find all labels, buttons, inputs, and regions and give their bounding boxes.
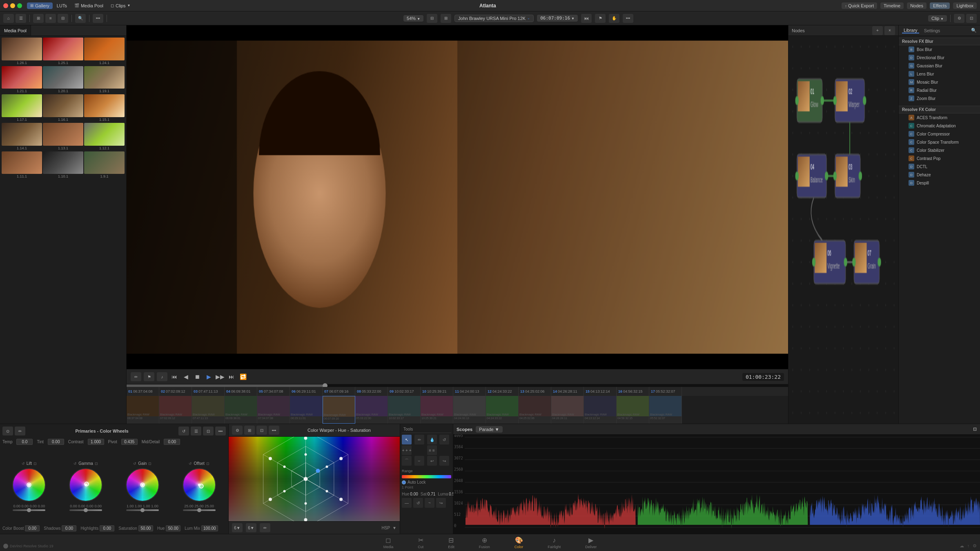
tl-clip-track[interactable]: Blackmagic RAW 04:24:33:22 bbox=[486, 396, 519, 424]
list-btn[interactable]: ≡ bbox=[45, 14, 56, 23]
warper-pen[interactable]: ✏ bbox=[260, 523, 270, 532]
fx-directional-blur[interactable]: D Directional Blur bbox=[899, 53, 980, 62]
fx-zoom-blur[interactable]: Z Zoom Blur bbox=[899, 94, 980, 102]
tl-clip-track[interactable]: Blackmagic RAW 06:09:38:01 bbox=[225, 396, 257, 424]
wheel-lift[interactable]: ↺ Lift ⊡ 0.00 0.00 0.00 0.00 bbox=[2, 461, 56, 511]
wheel-reset-btn[interactable]: ↺ bbox=[189, 462, 192, 466]
highlights-value[interactable]: 0.00 bbox=[100, 525, 114, 531]
thumbnail-item[interactable]: 1.25.1 bbox=[43, 38, 83, 65]
wheel-expand-btn[interactable]: ⊡ bbox=[148, 462, 151, 466]
scopes-mode[interactable]: Parade ▼ bbox=[476, 426, 502, 433]
thumbnail-item[interactable]: 1.20.1 bbox=[43, 66, 83, 94]
flag-tool[interactable]: ⚑ bbox=[144, 372, 154, 381]
cw-more[interactable]: ••• bbox=[215, 427, 226, 435]
expand-btn[interactable]: ⊡ bbox=[966, 14, 977, 23]
step-fwd-btn[interactable]: ▶▶ bbox=[216, 372, 225, 381]
tl-clip-track[interactable]: Blackmagic RAW 07:02:09:12 bbox=[159, 396, 192, 424]
lightbox-btn[interactable]: Lightbox bbox=[953, 2, 977, 9]
warper-settings[interactable]: ⚙ bbox=[232, 426, 243, 435]
stop-btn[interactable]: ⏹ bbox=[193, 372, 202, 381]
hue-value[interactable]: 50.00 bbox=[166, 525, 180, 531]
thumbnail-item[interactable]: 1.16.1 bbox=[43, 94, 83, 122]
pencil-tool[interactable]: ✏ bbox=[131, 372, 141, 381]
zoom-selector[interactable]: 54% ▼ bbox=[403, 15, 423, 22]
cw-reset[interactable]: ↺ bbox=[178, 427, 189, 435]
thumbnail-item[interactable]: 1.9.1 bbox=[84, 151, 125, 179]
wheel-reset-btn[interactable]: ↺ bbox=[133, 462, 136, 466]
fx-color-compressor[interactable]: C Color Compressor bbox=[899, 130, 980, 138]
fx-mosaic-blur[interactable]: M Mosaic Blur bbox=[899, 78, 980, 86]
tool-curve1[interactable]: ⌒ bbox=[402, 456, 412, 466]
play-btn[interactable]: ▶ bbox=[204, 372, 213, 381]
flag-btn[interactable]: ⚑ bbox=[595, 14, 606, 23]
warper-canvas-area[interactable] bbox=[229, 437, 400, 521]
tl-clip-track[interactable]: Blackmagic RAW 10:02:33:17 bbox=[388, 396, 421, 424]
home-btn[interactable]: ⌂ bbox=[3, 14, 14, 23]
tab-fairlight[interactable]: ♪ Fairlight bbox=[543, 536, 565, 550]
audio-tool[interactable]: ♪ bbox=[157, 372, 167, 381]
tl-clip-track[interactable]: Blackmagic RAW 04:26:28:11 bbox=[551, 396, 584, 424]
tint-value[interactable]: 0.00 bbox=[48, 439, 64, 445]
fx-chromatic-adaptation[interactable]: C Chromatic Adaptation bbox=[899, 122, 980, 130]
tool-add-row[interactable]: + + + bbox=[402, 445, 412, 455]
fx-radial-blur[interactable]: R Radial Blur bbox=[899, 86, 980, 94]
tab-fusion[interactable]: ⊕ Fusion bbox=[475, 535, 494, 550]
more-tools[interactable]: ••• bbox=[623, 14, 633, 23]
temp-value[interactable]: 0.0 bbox=[16, 439, 33, 445]
menu-media-pool[interactable]: 🎬 Media Pool bbox=[71, 2, 107, 9]
warper-6-btn[interactable]: 6▼ bbox=[232, 523, 243, 532]
tool-redo[interactable]: ↪ bbox=[439, 456, 449, 466]
tool-curve2[interactable]: ⌣ bbox=[414, 456, 424, 466]
wheel-slider[interactable] bbox=[183, 509, 216, 511]
tool-pen[interactable]: ✏ bbox=[414, 435, 424, 444]
thumbnail-item[interactable]: 1.15.1 bbox=[84, 94, 125, 122]
tl-clip-track[interactable]: Blackmagic RAW 07:47:11:13 bbox=[192, 396, 225, 424]
more-btn[interactable]: ••• bbox=[93, 14, 103, 23]
wheel-expand-btn[interactable]: ⊡ bbox=[95, 462, 98, 466]
fx-box-blur[interactable]: B Box Blur bbox=[899, 45, 980, 53]
quick-export-btn[interactable]: ↑ Quick Export bbox=[842, 2, 877, 9]
shadows-value[interactable]: 0.00 bbox=[62, 525, 76, 531]
warper-grid[interactable]: ⊞ bbox=[244, 426, 255, 435]
menu-luts[interactable]: LUTs bbox=[53, 2, 70, 9]
fit-btn[interactable]: ⊟ bbox=[427, 14, 437, 23]
saturation-value[interactable]: 50.00 bbox=[138, 525, 153, 531]
tool-reset[interactable]: ↺ bbox=[439, 435, 449, 444]
step-back-btn[interactable]: ◀ bbox=[181, 372, 190, 381]
thumbnail-item[interactable]: 1.13.1 bbox=[43, 123, 83, 151]
warper-6-btn2[interactable]: 6▼ bbox=[246, 523, 256, 532]
warper-mode-arrow[interactable]: ▼ bbox=[392, 526, 396, 530]
tab-settings[interactable]: Settings bbox=[922, 28, 942, 33]
pivot-value[interactable]: 0.435 bbox=[121, 439, 138, 445]
node-del[interactable]: × bbox=[884, 26, 895, 35]
search-btn[interactable]: 🔍 bbox=[75, 14, 86, 23]
mid-detail-value[interactable]: 0.00 bbox=[164, 439, 180, 445]
thumbnail-item[interactable]: 1.26.1 bbox=[2, 38, 42, 65]
clip-mode[interactable]: Clip ▼ bbox=[928, 15, 947, 22]
tl-clip-track[interactable]: Blackmagic RAW 06:29:11:01 bbox=[290, 396, 323, 424]
tab-color[interactable]: 🎨 Color bbox=[510, 535, 528, 550]
thumbnail-item[interactable]: 1.21.1 bbox=[2, 66, 42, 94]
color-boost-value[interactable]: 0.00 bbox=[25, 525, 40, 531]
fill-btn[interactable]: ⊞ bbox=[441, 14, 451, 23]
tl-clip-track[interactable]: Blackmagic RAW 06:37:04:08 bbox=[127, 396, 159, 424]
skip-back-btn[interactable]: ⏮ bbox=[170, 372, 179, 381]
tab-media-pool[interactable]: Media Pool bbox=[0, 25, 31, 36]
contrast-value[interactable]: 1.000 bbox=[88, 439, 104, 445]
warper-expand[interactable]: ⊡ bbox=[256, 426, 267, 435]
node-add[interactable]: + bbox=[872, 26, 883, 35]
cw-pencil[interactable]: ✏ bbox=[15, 427, 25, 435]
clip-selector[interactable]: John Brawley URSA Mini Pro 12K ⌄ bbox=[454, 15, 534, 22]
wheel-slider[interactable] bbox=[126, 509, 159, 511]
thumbnail-item[interactable]: 1.11.1 bbox=[2, 151, 42, 179]
wheel-expand-btn[interactable]: ⊡ bbox=[33, 462, 37, 466]
tl-clip-track[interactable]: Blackmagic RAW 04:13:12:14 bbox=[584, 396, 617, 424]
timecode-input[interactable]: 06:07:09:16 ▼ bbox=[537, 15, 578, 22]
tool-select[interactable]: ↖ bbox=[402, 435, 412, 444]
thumbnail-item[interactable]: 1.19.1 bbox=[84, 66, 125, 94]
cw-menu[interactable]: ☰ bbox=[191, 427, 201, 435]
tl-clip-track[interactable]: Blackmagic RAW 04:24:00:13 bbox=[453, 396, 486, 424]
fx-dctl[interactable]: D DCTL bbox=[899, 162, 980, 171]
menu-clips[interactable]: ◻ Clips ▼ bbox=[107, 2, 134, 9]
tool-reset2[interactable]: ↺ bbox=[413, 498, 423, 508]
